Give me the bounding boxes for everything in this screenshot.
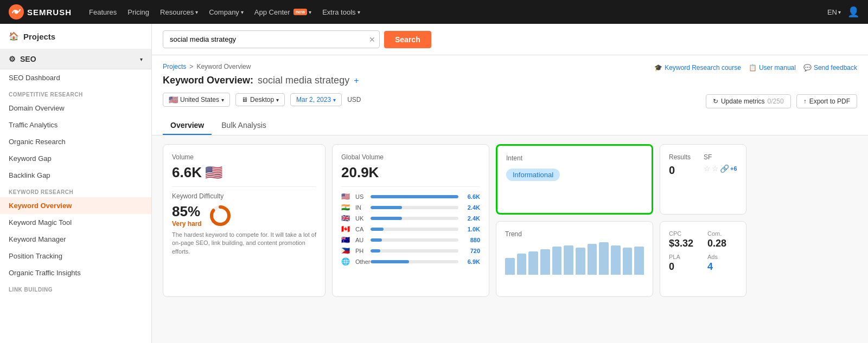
nav-features[interactable]: Features <box>89 8 117 16</box>
nav-pricing[interactable]: Pricing <box>127 8 149 16</box>
country-flag: 🇨🇦 <box>341 225 352 233</box>
global-value: 20.9K <box>341 164 480 181</box>
currency-label: USD <box>347 96 361 103</box>
cpc-metric: CPC $3.32 <box>669 230 699 249</box>
country-row: 🇦🇺 AU 880 <box>341 236 480 244</box>
country-filter[interactable]: 🇺🇸 United States ▾ <box>163 93 230 107</box>
top-nav-links: Features Pricing Resources ▾ Company ▾ A… <box>89 8 814 16</box>
chevron-down-icon: ▾ <box>358 9 360 15</box>
clear-search-icon[interactable]: ✕ <box>369 35 375 44</box>
com-value: 0.28 <box>707 238 737 249</box>
chevron-down-icon: ▾ <box>276 97 279 103</box>
country-flag: 🇵🇭 <box>341 247 352 255</box>
date-filter[interactable]: Mar 2, 2023 ▾ <box>290 93 342 106</box>
global-label: Global Volume <box>341 153 480 161</box>
nav-extra-tools[interactable]: Extra tools ▾ <box>322 8 360 16</box>
country-row: 🇵🇭 PH 720 <box>341 247 480 255</box>
sidebar-item-position-tracking[interactable]: Position Tracking <box>0 248 151 264</box>
trend-bar <box>588 244 597 275</box>
country-row: 🇨🇦 CA 1.0K <box>341 225 480 233</box>
logo-text: SEMRUSH <box>27 8 72 17</box>
device-filter[interactable]: 🖥 Desktop ▾ <box>235 93 285 106</box>
sidebar-item-keyword-gap[interactable]: Keyword Gap <box>0 150 151 167</box>
pla-metric: PLA 0 <box>669 254 699 273</box>
add-keyword-icon[interactable]: + <box>354 76 359 86</box>
star-2: ☆ <box>712 164 719 173</box>
bar-fill <box>371 249 380 253</box>
ads-value: 4 <box>707 261 737 273</box>
breadcrumb-separator: > <box>189 63 193 70</box>
nav-company[interactable]: Company ▾ <box>209 8 244 16</box>
tab-bulk-analysis[interactable]: Bulk Analysis <box>214 117 273 135</box>
sidebar-item-keyword-manager[interactable]: Keyword Manager <box>0 231 151 248</box>
cpc-value: $3.32 <box>669 238 699 249</box>
sidebar-item-organic-research[interactable]: Organic Research <box>0 133 151 150</box>
user-icon[interactable]: 👤 <box>847 6 859 18</box>
page-title-row: Keyword Overview: social media strategy … <box>163 75 359 86</box>
page-title: Keyword Overview: <box>163 75 253 86</box>
nav-app-center[interactable]: App Center new ▾ <box>254 8 311 16</box>
bar-fill <box>371 206 402 209</box>
volume-card: Volume 6.6K 🇺🇸 Keyword Difficulty 85% Ve… <box>163 144 326 297</box>
sidebar-item-organic-traffic-insights[interactable]: Organic Traffic Insights <box>0 264 151 281</box>
tab-overview[interactable]: Overview <box>163 117 212 135</box>
update-metrics-button[interactable]: ↻ Update metrics 0/250 <box>706 94 791 108</box>
country-flag: 🇺🇸 <box>341 192 352 200</box>
sidebar-section-competitive: COMPETITIVE RESEARCH <box>0 86 151 100</box>
trend-bar <box>552 247 562 275</box>
sidebar: 🏠 Projects ⚙ SEO ▾ SEO Dashboard COMPETI… <box>0 24 152 343</box>
trend-bar <box>623 248 633 275</box>
metrics-count: 0/250 <box>768 98 784 105</box>
results-label: Results <box>669 153 691 161</box>
intent-label: Intent <box>506 154 643 162</box>
search-input[interactable] <box>163 30 380 48</box>
country-code: CA <box>355 226 367 232</box>
global-volume-card: Global Volume 20.9K 🇺🇸 US 6.6K 🇮🇳 IN 2.4… <box>332 144 489 297</box>
bar-fill <box>371 217 402 220</box>
chevron-down-icon: ▾ <box>221 97 224 103</box>
kd-description: The hardest keyword to compete for. It w… <box>172 231 316 256</box>
breadcrumb-projects[interactable]: Projects <box>163 63 186 70</box>
sidebar-item-traffic-analytics[interactable]: Traffic Analytics <box>0 117 151 133</box>
sidebar-item-backlink-gap[interactable]: Backlink Gap <box>0 167 151 184</box>
page-header-top: Projects > Keyword Overview Keyword Over… <box>163 63 857 90</box>
chevron-down-icon: ▾ <box>140 56 143 62</box>
sidebar-item-seo-dashboard[interactable]: SEO Dashboard <box>0 69 151 86</box>
logo[interactable]: SEMRUSH <box>9 4 72 20</box>
nav-resources[interactable]: Resources ▾ <box>160 8 198 16</box>
sidebar-item-keyword-overview[interactable]: Keyword Overview <box>0 197 151 214</box>
svg-point-3 <box>212 207 229 224</box>
sidebar-projects[interactable]: 🏠 Projects <box>0 24 151 49</box>
page-header: Projects > Keyword Overview Keyword Over… <box>152 55 868 135</box>
desktop-icon: 🖥 <box>241 96 248 103</box>
results-col: Results 0 <box>669 153 691 177</box>
search-button[interactable]: Search <box>384 31 431 48</box>
export-icon: ↑ <box>803 98 807 105</box>
country-flag: 🇦🇺 <box>341 236 352 244</box>
keyword-research-course-link[interactable]: 🎓 Keyword Research course <box>654 64 741 72</box>
country-volume: 6.6K <box>462 193 480 200</box>
results-card: Results 0 SF ☆ ☆ 🔗 +6 <box>660 144 746 215</box>
sidebar-item-domain-overview[interactable]: Domain Overview <box>0 100 151 117</box>
country-volume: 6.9K <box>462 258 480 265</box>
sidebar-seo-header[interactable]: ⚙ SEO ▾ <box>0 49 151 69</box>
trend-bar <box>528 251 538 275</box>
refresh-icon: ↻ <box>713 98 718 105</box>
intent-badge: Informational <box>506 169 560 181</box>
seo-icon: ⚙ <box>9 55 16 63</box>
trend-bar <box>599 242 609 275</box>
country-row: 🇬🇧 UK 2.4K <box>341 214 480 222</box>
user-manual-link[interactable]: 📋 User manual <box>749 64 796 72</box>
sidebar-item-keyword-magic-tool[interactable]: Keyword Magic Tool <box>0 214 151 231</box>
trend-bar <box>517 254 527 275</box>
send-feedback-link[interactable]: 💬 Send feedback <box>803 64 857 72</box>
trend-bar <box>540 249 550 275</box>
pla-label: PLA <box>669 254 699 260</box>
language-selector[interactable]: EN ▾ <box>827 8 841 16</box>
export-button[interactable]: ↑ Export to PDF <box>796 94 857 108</box>
country-code: UK <box>355 215 367 222</box>
country-code: AU <box>355 237 367 243</box>
chevron-down-icon: ▾ <box>309 9 311 15</box>
main-layout: 🏠 Projects ⚙ SEO ▾ SEO Dashboard COMPETI… <box>0 24 868 343</box>
trend-label: Trend <box>505 230 644 238</box>
